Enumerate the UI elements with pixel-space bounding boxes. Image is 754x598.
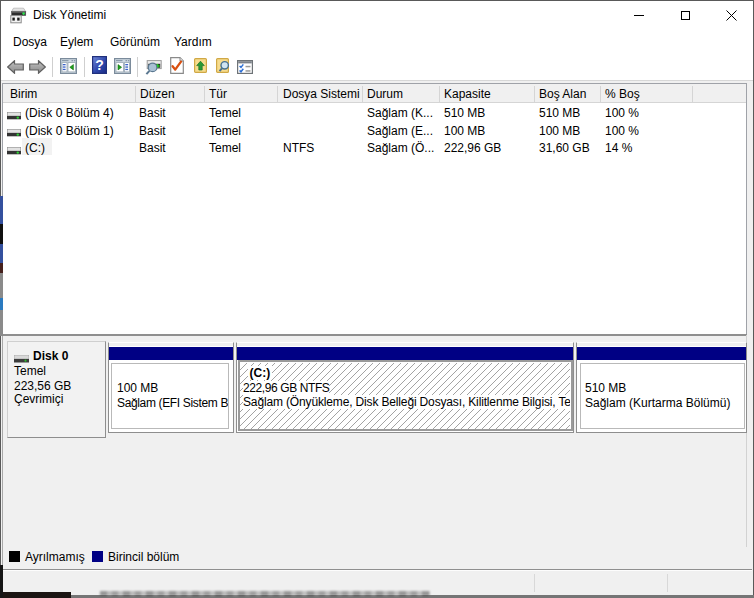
svg-text:?: ? bbox=[95, 57, 104, 73]
